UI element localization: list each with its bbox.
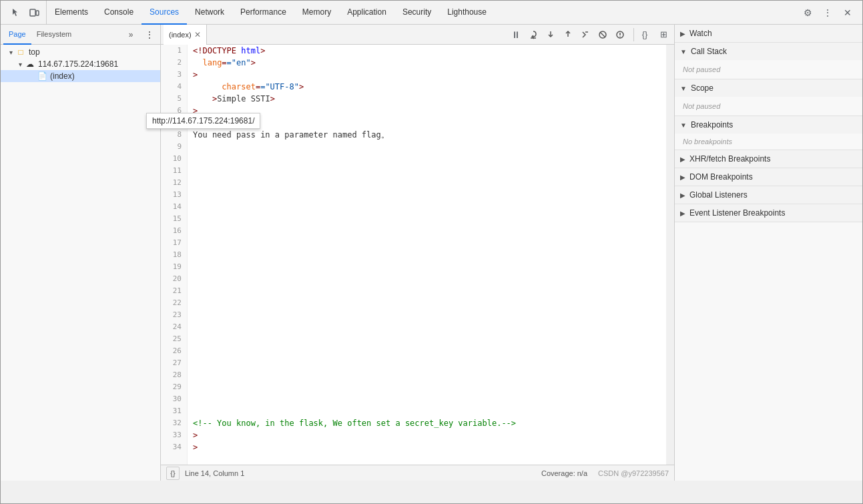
scope-section: ▼ Scope Not paused [675,79,862,116]
tab-lighthouse[interactable]: Lighthouse [439,1,495,25]
line-number: 34 [161,441,182,453]
code-line [193,201,666,213]
main-toolbar: Elements Console Sources Network Perform… [1,1,862,25]
event-arrow-icon: ▶ [680,210,685,217]
sources-sidebar-menu-icon[interactable]: ⋮ [141,27,158,43]
line-number: 18 [161,249,182,261]
file-tooltip: http://114.67.175.224:19681/ [146,113,260,129]
code-line [193,237,666,249]
more-options-icon[interactable]: ⋮ [818,3,837,22]
code-line: <!-- You know, in the flask, We often se… [193,417,666,429]
pause-script-icon[interactable]: ⏸ [508,27,524,43]
code-line: You need pass in a parameter named flag。 [193,129,666,141]
deactivate-breakpoints-icon[interactable] [595,27,611,43]
tree-arrow-top: ▾ [6,49,15,56]
code-line [193,297,666,309]
inspect-icon[interactable] [6,3,25,22]
line-number: 16 [161,225,182,237]
cloud-icon: ☁ [25,59,35,69]
status-left: {} Line 14, Column 1 [166,467,244,480]
scrollbar-track[interactable] [666,45,674,465]
code-line [193,153,666,165]
line-number: 22 [161,297,182,309]
tab-sources[interactable]: Sources [141,1,187,25]
editor-tab-close-icon[interactable]: ✕ [194,30,201,39]
sources-tab-filesystem[interactable]: Filesystem [31,25,77,45]
editor-tab-bar: (index) ✕ ⏸ [161,25,674,45]
close-devtools-icon[interactable]: ✕ [838,3,857,22]
event-listener-breakpoints-section: ▶ Event Listener Breakpoints [675,204,862,222]
pretty-print-icon[interactable]: {} [166,467,180,480]
breakpoints-section-header[interactable]: ▼ Breakpoints [675,116,862,134]
code-content[interactable]: <!DOCTYPE html> lang=="en">> charset=="U… [188,45,666,465]
step-icon[interactable] [577,27,593,43]
tree-arrow-domain: ▾ [15,61,25,68]
tab-performance[interactable]: Performance [232,1,294,25]
svg-point-10 [619,36,621,37]
event-listener-breakpoints-header[interactable]: ▶ Event Listener Breakpoints [675,204,862,222]
line-number: 15 [161,213,182,225]
line-number: 30 [161,393,182,405]
code-line [193,321,666,333]
format-icon[interactable]: {} [637,27,653,43]
tree-label-index: (index) [50,71,155,81]
xhr-arrow-icon: ▶ [680,156,685,163]
right-panel: ▶ Watch ▼ Call Stack Not paused ▼ Scope [674,25,862,481]
code-line [193,405,666,417]
xhr-breakpoints-header[interactable]: ▶ XHR/fetch Breakpoints [675,150,862,168]
code-line [193,393,666,405]
code-editor[interactable]: 1234567891011121314151617181920212223242… [161,45,674,465]
step-over-icon[interactable] [525,27,541,43]
code-line [193,261,666,273]
code-line [193,345,666,357]
tab-security[interactable]: Security [394,1,439,25]
line-number: 33 [161,429,182,441]
toolbar-right: ⚙ ⋮ ✕ [798,3,860,22]
watch-arrow-icon: ▶ [680,30,685,37]
watch-section-header[interactable]: ▶ Watch [675,25,862,42]
code-line: > [193,105,666,117]
line-number: 5 [161,93,182,105]
code-line [193,309,666,321]
sources-tab-bar: Page Filesystem » ⋮ [1,25,160,45]
no-breakpoints-label: No breakpoints [675,134,862,150]
tab-network[interactable]: Network [187,1,232,25]
code-line [193,189,666,201]
line-number: 1 [161,45,182,57]
debugger-toolbar: ⏸ [508,27,631,43]
cursor-position: Line 14, Column 1 [185,469,244,477]
tab-application[interactable]: Application [339,1,394,25]
editor-tab-index[interactable]: (index) ✕ [164,25,207,45]
line-number: 25 [161,333,182,345]
navigate-to-file-icon[interactable]: ⊞ [655,27,671,43]
tree-item-top[interactable]: ▾ □ top [1,46,160,58]
line-number: 17 [161,237,182,249]
sources-tab-page[interactable]: Page [3,25,31,45]
step-out-icon[interactable] [560,27,576,43]
global-listeners-header[interactable]: ▶ Global Listeners [675,186,862,204]
line-number: 20 [161,273,182,285]
line-number: 21 [161,285,182,297]
callstack-arrow-icon: ▼ [680,48,687,55]
dont-pause-icon[interactable] [612,27,628,43]
tab-console[interactable]: Console [96,1,141,25]
scope-section-header[interactable]: ▼ Scope [675,79,862,97]
code-line [193,333,666,345]
tab-elements[interactable]: Elements [47,1,96,25]
line-number: 9 [161,141,182,153]
sources-tab-more-icon[interactable]: » [123,27,139,43]
tab-memory[interactable]: Memory [294,1,339,25]
file-tree: ▾ □ top ▾ ☁ 114.67.175.224:19681 ▸ 📄 (in… [1,45,160,82]
dom-breakpoints-header[interactable]: ▶ DOM Breakpoints [675,168,862,186]
line-numbers: 1234567891011121314151617181920212223242… [161,45,188,465]
device-toolbar-icon[interactable] [25,3,43,22]
sources-sidebar: Page Filesystem » ⋮ ▾ □ top ▾ [1,25,161,481]
step-into-icon[interactable] [543,27,559,43]
tree-item-index[interactable]: ▸ 📄 (index) [1,70,160,82]
line-number: 13 [161,189,182,201]
callstack-section-header[interactable]: ▼ Call Stack [675,43,862,60]
tree-label-domain: 114.67.175.224:19681 [38,59,155,69]
settings-icon[interactable]: ⚙ [798,3,817,22]
tree-item-domain[interactable]: ▾ ☁ 114.67.175.224:19681 [1,58,160,70]
code-line [193,249,666,261]
